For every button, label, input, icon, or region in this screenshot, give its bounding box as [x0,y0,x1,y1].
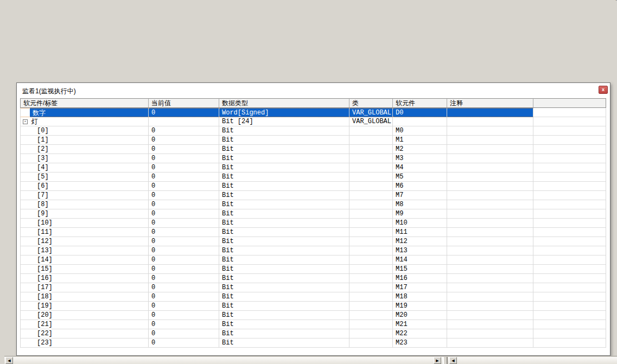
device-cell: M13 [393,246,447,256]
column-header[interactable]: 类 [349,98,393,108]
table-row[interactable]: -灯Bit [24]VAR_GLOBAL [20,117,606,126]
comment-cell [447,302,533,311]
device-label-cell: [11] [20,228,149,237]
comment-cell [447,237,533,246]
device-cell: M15 [393,265,447,274]
table-row[interactable]: [19]0BitM19 [20,302,606,311]
table-row[interactable]: [12]0BitM12 [20,237,606,246]
value-cell: 0 [149,191,219,200]
table-row[interactable]: [1]0BitM1 [20,136,606,145]
table-row[interactable]: [16]0BitM16 [20,274,606,283]
data-type-cell: Bit [219,145,349,154]
value-cell: 0 [149,256,219,265]
value-cell: 0 [149,228,219,237]
filler-cell [533,320,606,329]
class-cell [349,246,393,256]
scrollbar-pane-splitter[interactable] [443,357,448,364]
table-row[interactable]: [17]0BitM17 [20,283,606,292]
device-label-cell: [1] [20,136,149,145]
table-row[interactable]: [5]0BitM5 [20,173,606,182]
scroll-left-icon-monitor-pane[interactable]: ◀ [449,357,457,364]
table-row[interactable]: [10]0BitM10 [20,219,606,228]
table-row[interactable]: [18]0BitM18 [20,292,606,302]
device-label-cell: [14] [20,256,149,265]
class-cell: VAR_GLOBAL [349,117,393,126]
data-type-cell: Bit [219,219,349,228]
class-cell [349,339,393,348]
device-cell: D0 [393,108,447,117]
table-row[interactable]: [11]0BitM11 [20,228,606,237]
watch-table-header: 软元件/标签当前值数据类型类软元件注释 [20,98,606,108]
column-header[interactable]: 软元件/标签 [20,98,149,108]
table-row[interactable]: [23]0BitM23 [20,339,606,348]
class-cell [349,265,393,274]
value-cell: 0 [149,302,219,311]
value-cell: 0 [149,108,219,117]
device-label-cell: [5] [20,173,149,182]
filler-cell [533,274,606,283]
value-cell: 0 [149,145,219,154]
device-cell: M9 [393,209,447,219]
table-row[interactable]: [3]0BitM3 [20,154,606,163]
filler-cell [533,117,606,126]
scrollbar-track[interactable] [4,357,617,364]
column-header[interactable]: 注释 [447,98,533,108]
device-label-cell: 数字 [20,108,149,117]
table-row[interactable]: [6]0BitM6 [20,182,606,191]
device-cell: M1 [393,136,447,145]
comment-cell [447,274,533,283]
class-cell [349,237,393,246]
data-type-cell: Bit [219,274,349,283]
column-header[interactable]: 数据类型 [219,98,349,108]
data-type-cell: Bit [219,311,349,320]
device-label-cell: [23] [20,339,149,348]
data-type-cell: Bit [219,256,349,265]
filler-cell [533,163,606,173]
column-header[interactable]: 当前值 [149,98,219,108]
device-label-cell: [7] [20,191,149,200]
close-icon[interactable]: x [599,86,608,94]
data-type-cell: Bit [219,283,349,292]
data-type-cell: Bit [219,126,349,136]
value-cell: 0 [149,265,219,274]
scroll-right-icon[interactable]: ▶ [434,357,441,364]
table-row[interactable]: [7]0BitM7 [20,191,606,200]
filler-cell [533,228,606,237]
class-cell [349,154,393,163]
data-type-cell: Bit [219,329,349,339]
watch-window-title: 监看1(监视执行中) [22,87,76,96]
collapse-icon[interactable]: - [23,119,28,124]
class-cell [349,163,393,173]
filler-cell [533,237,606,246]
comment-cell [447,329,533,339]
scroll-left-icon[interactable]: ◀ [5,357,13,364]
table-row[interactable]: [13]0BitM13 [20,246,606,256]
column-header-filler[interactable] [533,98,606,108]
table-row[interactable]: [9]0BitM9 [20,209,606,219]
table-row[interactable]: [20]0BitM20 [20,311,606,320]
table-row[interactable]: [2]0BitM2 [20,145,606,154]
table-row[interactable]: [22]0BitM22 [20,329,606,339]
data-type-cell: Bit [219,191,349,200]
device-label-cell: [9] [20,209,149,219]
table-row[interactable]: [14]0BitM14 [20,256,606,265]
table-row[interactable]: [8]0BitM8 [20,200,606,209]
filler-cell [533,126,606,136]
horizontal-scrollbar[interactable]: ◀ ▶ ◀ [4,356,617,364]
device-label-cell: [4] [20,163,149,173]
table-row[interactable]: [15]0BitM15 [20,265,606,274]
data-type-cell: Bit [219,209,349,219]
value-cell: 0 [149,283,219,292]
filler-cell [533,145,606,154]
device-label-cell: [16] [20,274,149,283]
comment-cell [447,126,533,136]
column-header[interactable]: 软元件 [393,98,447,108]
watch-table: 软元件/标签当前值数据类型类软元件注释数字0Word[Signed]VAR_GL… [20,98,606,353]
class-cell [349,219,393,228]
data-type-cell: Bit [219,163,349,173]
device-cell: M22 [393,329,447,339]
table-row[interactable]: 数字0Word[Signed]VAR_GLOBALD0 [20,108,606,117]
table-row[interactable]: [21]0BitM21 [20,320,606,329]
table-row[interactable]: [4]0BitM4 [20,163,606,173]
table-row[interactable]: [0]0BitM0 [20,126,606,136]
